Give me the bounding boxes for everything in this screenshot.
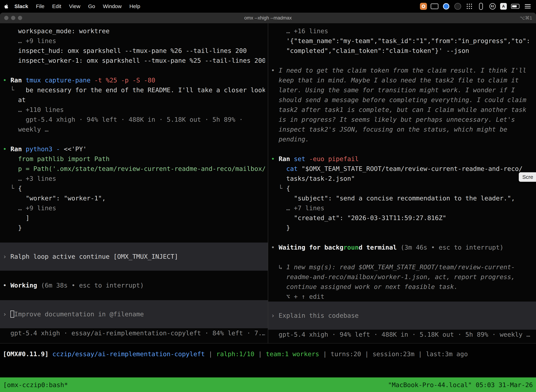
menu-window[interactable]: Window [99,3,125,9]
menu-edit[interactable]: Edit [48,3,65,9]
text-segment [275,67,279,74]
text-segment: inspect_worker-1: omx sparkshell --tmux-… [3,57,265,64]
screen: SlackFileEditViewGoWindowHelp 61A omx --… [0,0,536,392]
text-segment: { [14,185,22,192]
notification-ralph-loop: › Ralph loop active continue [OMX_TMUX_I… [0,243,268,271]
text-segment: • [271,244,275,251]
terminal-area: workspace_mode: worktree … +9 lines insp… [0,23,536,343]
text-segment: -euo pipefail [309,155,359,163]
text-segment [7,282,10,289]
text-segment: inspect task2's JSON, focusing on the st… [271,126,507,133]
text-segment: '{"team_name":"my-team","task_id":"1","f… [271,37,530,44]
terminal-window: omx --xhigh --madmax ⌥⌘1 workspace_mode:… [0,13,536,392]
terminal-line: '{"team_name":"my-team","task_id":"1","f… [271,36,533,46]
terminal-pane-right[interactable]: … +16 lines '{"team_name":"my-team","tas… [268,23,536,343]
apple-icon[interactable] [4,4,9,9]
text-segment: 1 new msg(s): read $OMX_TEAM_STATE_ROOT/… [282,263,515,271]
stage-pill-icon[interactable] [477,2,485,10]
menu-lines-icon[interactable] [524,2,532,10]
battery-icon[interactable] [510,2,520,10]
text-segment: (3m 46s • esc to interrupt) [397,244,503,251]
terminal-pane-left[interactable]: workspace_mode: worktree … +9 lines insp… [0,23,268,343]
text-segment: turns:20 [330,350,361,358]
text-segment: weekly … [3,126,48,133]
menu-slack[interactable]: Slack [10,3,32,9]
text-segment [305,155,309,163]
terminal-line: gpt-5.4 xhigh · 94% left · 488K in · 5.1… [271,330,533,340]
blue-app-icon[interactable] [442,2,450,10]
screen-record-icon[interactable] [420,3,427,10]
terminal-line [271,233,533,243]
text-segment: • [3,77,7,84]
text-segment: Ran [278,155,290,163]
gauge-icon[interactable]: 61 [488,2,497,10]
text-segment: Improve documentation in @filename [14,311,144,318]
text-segment: ] [3,214,29,221]
text-segment: | [319,350,330,358]
dark-app-icon[interactable] [454,2,462,10]
text-segment: "$OMX_TEAM_STATE_ROOT/team/review-curren… [298,165,523,172]
tmux-status-bar: [omx-cczip0:bash* "MacBook-Pro-44.local"… [0,378,536,392]
text-segment: later. Using the same for transition mig… [271,86,515,93]
menu-help[interactable]: Help [125,3,144,9]
prompt-input[interactable]: › Explain this codebase [268,302,536,330]
terminal-line: } [3,223,265,233]
prompt-input[interactable]: › Improve documentation in @filename [0,300,268,328]
text-segment [275,244,279,251]
text-segment: • [271,67,275,74]
text-segment: ↳ [271,263,282,271]
tmux-host-clock-label: "MacBook-Pro-44.local" 05:03 31-Mar-26 [388,381,533,388]
terminal-line: from pathlib import Path [3,154,265,164]
text-segment: cczip/essay/ai-reimplementation-copyleft [53,350,205,358]
text-segment [275,155,279,163]
menu-file[interactable]: File [32,3,48,9]
text-segment: at [3,96,26,103]
text-segment: Waiting for backg [278,244,343,251]
terminal-line [3,65,265,75]
terminal-line: … +16 lines [271,26,533,36]
terminal-line: ↳ 1 new msg(s): read $OMX_TEAM_STATE_ROO… [271,262,533,272]
terminal-line [271,144,533,154]
dots-grid-icon[interactable] [465,2,474,10]
text-segment: continue assigned work or next feasible … [271,283,458,290]
input-source-icon[interactable]: A [500,3,507,10]
text-segment: be necessary for the end of the README. … [14,86,265,93]
menubar-status-icons: 61A [416,2,532,10]
text-segment [290,155,294,163]
omx-status-bar: [OMX#0.11.9] cczip/essay/ai-reimplementa… [0,343,536,378]
text-segment: "subject": "send a concise recommendatio… [271,195,515,202]
text-segment [7,145,10,153]
text-segment: "created_at": "2026-03-31T11:59:27.816Z" [271,214,446,221]
keyboard-icon[interactable] [431,2,439,10]
text-segment: Working [10,282,37,289]
terminal-line: at [3,95,265,105]
terminal-line: ] [3,213,265,223]
text-segment: | [415,350,426,358]
terminal-line: gpt-5.4 xhigh · essay/ai-reimplementatio… [3,328,265,338]
text-segment: "worker": "worker-1", [3,195,106,202]
text-segment: gpt-5.4 xhigh · essay/ai-reimplementatio… [3,330,265,337]
text-segment: • [3,145,7,153]
text-segment: ⌥ + ↑ edit [271,293,324,300]
terminal-line [271,252,533,262]
text-segment: cat [286,165,298,172]
terminal-line: › Explain this codebase [271,311,533,321]
text-segment: Ran [10,77,22,84]
text-segment: tmux capture-pane [26,77,90,84]
terminal-line: ⌥ + ↑ edit [271,292,533,302]
text-segment: [OMX#0.11.9] [3,350,48,358]
menu-view[interactable]: View [65,3,84,9]
text-segment: } [3,224,22,231]
menu-go[interactable]: Go [84,3,99,9]
terminal-line: continue assigned work or next feasible … [271,282,533,292]
terminal-line: … +3 lines [3,174,265,183]
text-segment: … +16 lines [271,27,328,35]
window-titlebar[interactable]: omx --xhigh --madmax ⌥⌘1 [0,13,536,23]
terminal-line: └ { [3,183,265,193]
text-segment: › [271,312,275,319]
terminal-line: › Improve documentation in @filename [3,309,265,319]
text-segment: Ran [10,145,22,153]
text-segment: pending. [271,135,309,143]
terminal-line [3,271,265,280]
terminal-line: cat "$OMX_TEAM_STATE_ROOT/team/review-cu… [271,164,533,174]
